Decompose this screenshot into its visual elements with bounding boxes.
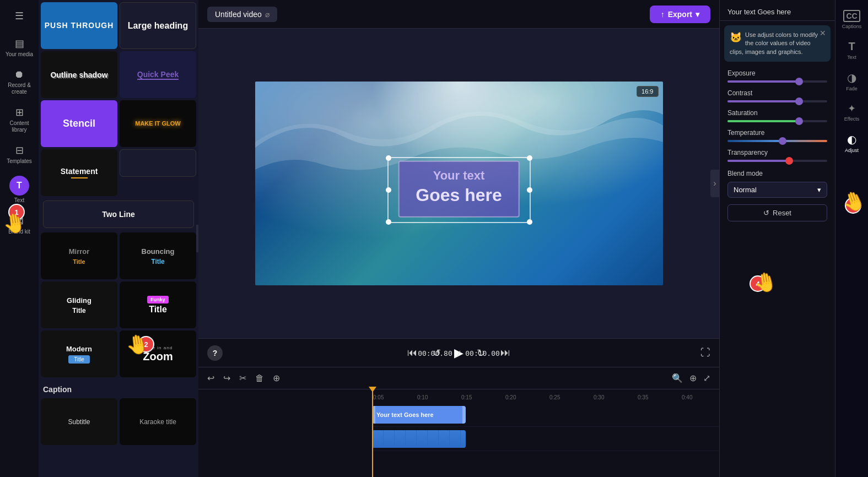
video-preview[interactable]: Your text Goes here 16:9 (255, 82, 663, 285)
temperature-slider-track[interactable] (727, 140, 827, 142)
temperature-slider-thumb[interactable] (779, 137, 786, 145)
reset-icon: ↺ (763, 209, 769, 217)
template-mirror-title[interactable]: Mirror Title (41, 232, 117, 279)
transparency-slider-fill (727, 160, 789, 162)
sidebar-menu-button[interactable]: ☰ (2, 6, 36, 26)
template-grid-2: Mirror Title Bouncing Title Gliding Titl… (39, 230, 198, 380)
exposure-slider-thumb[interactable] (795, 78, 803, 85)
handle-ml[interactable] (386, 187, 391, 193)
video-title-text: Untitled video (215, 10, 262, 19)
contrast-slider-thumb[interactable] (795, 97, 803, 105)
video-track-clip[interactable] (372, 430, 466, 448)
sidebar-item-text[interactable]: T Text (2, 171, 36, 208)
template-zoom[interactable]: Fade in and Zoom (120, 330, 196, 377)
exposure-slider-track[interactable] (727, 80, 827, 83)
template-quick-peek[interactable]: Quick Peek (120, 51, 196, 98)
templates-icon: ⊟ (15, 144, 24, 156)
saturation-slider-thumb[interactable] (795, 117, 803, 125)
content-icon: ⊞ (15, 106, 24, 118)
sidebar-item-content-library[interactable]: ⊞ Contentlibrary (2, 102, 36, 138)
template-funky-title[interactable]: Funky Title (120, 281, 196, 328)
sidebar-item-label: Contentlibrary (9, 120, 29, 133)
tab-fade[interactable]: ◑ Fade (837, 67, 867, 96)
sidebar-item-label: Brand kit (8, 229, 30, 235)
template-statement[interactable]: Statement (41, 149, 117, 196)
fullscreen-button[interactable]: ⛶ (700, 347, 710, 359)
ruler-mark: 0:40 (681, 394, 719, 400)
expand-panel-button[interactable]: › (710, 170, 719, 197)
expand-timeline-button[interactable]: ⤢ (701, 371, 713, 386)
handle-mr[interactable] (527, 187, 532, 193)
template-large-heading[interactable]: Large heading (120, 2, 196, 49)
cut-button[interactable]: ✂ (237, 371, 249, 386)
sidebar-item-record-create[interactable]: ⏺ Record &create (2, 64, 36, 100)
brand-icon: ⊠ (15, 215, 24, 227)
adjust-tooltip: 🐱 ✕ Use adjust colors to modify the colo… (724, 25, 831, 62)
zoom-out-button[interactable]: 🔍 (670, 371, 685, 386)
contrast-property: Contrast (720, 86, 835, 106)
effects-icon: ✦ (848, 102, 856, 115)
clip-handle-right[interactable] (462, 406, 466, 424)
tab-effects[interactable]: ✦ Effects (837, 98, 867, 126)
sidebar-icons: ☰ ▤ Your media ⏺ Record &create ⊞ Conten… (0, 0, 39, 477)
tab-effects-label: Effects (844, 116, 859, 122)
skip-back-button[interactable]: ⏮ (405, 345, 419, 361)
tab-captions[interactable]: CC Captions (837, 6, 867, 34)
tooltip-close-button[interactable]: ✕ (820, 29, 826, 37)
ruler-mark: 0:15 (460, 394, 504, 400)
export-icon: ↑ (661, 10, 665, 19)
help-button[interactable]: ? (207, 345, 223, 361)
template-stencil[interactable]: Stencil (41, 100, 117, 147)
handle-tl[interactable] (386, 155, 391, 161)
sidebar-item-your-media[interactable]: ▤ Your media (2, 33, 36, 62)
ruler-mark: 0:35 (637, 394, 681, 400)
zoom-in-button[interactable]: ⊕ (687, 371, 699, 386)
contrast-slider-track[interactable] (727, 100, 827, 102)
template-modern-title[interactable]: Modern Title (41, 330, 117, 377)
sidebar-item-label: Record &create (8, 82, 31, 95)
template-gliding-title[interactable]: Gliding Title (41, 281, 117, 328)
duplicate-button[interactable]: ⊕ (271, 371, 282, 386)
handle-br[interactable] (527, 219, 532, 225)
transparency-slider-thumb[interactable] (785, 157, 793, 165)
delete-button[interactable]: 🗑 (253, 371, 266, 386)
tab-adjust[interactable]: ◐ Adjust (837, 128, 867, 158)
ruler-mark: 0:10 (416, 394, 460, 400)
undo-button[interactable]: ↩ (205, 371, 217, 386)
skip-forward-button[interactable]: ⏭ (498, 345, 513, 361)
top-bar: Untitled video ⌀ ↑ Export ▾ (198, 0, 719, 29)
transparency-slider-track[interactable] (727, 160, 827, 162)
statement-underline (71, 177, 88, 178)
text-track: Your text Goes here (372, 403, 719, 427)
reset-button[interactable]: ↺ Reset (727, 204, 827, 221)
handle-tr[interactable] (527, 155, 532, 161)
ruler-mark: 0:30 (592, 394, 637, 400)
sidebar-item-brand-kit[interactable]: ⊠ Brand kit (2, 210, 36, 240)
export-button[interactable]: ↑ Export ▾ (650, 6, 710, 23)
template-push-through[interactable]: PUSH THROUGH (41, 2, 117, 49)
blend-mode-chevron-icon: ▾ (817, 186, 821, 194)
template-two-line[interactable]: Two Line (43, 200, 194, 228)
saturation-slider-track[interactable] (727, 120, 827, 122)
blend-mode-select[interactable]: Normal ▾ (727, 182, 827, 198)
ruler-mark: 0:20 (504, 394, 548, 400)
tab-text[interactable]: T Text (837, 36, 867, 64)
video-title-button[interactable]: Untitled video ⌀ (207, 7, 277, 22)
template-bouncing-title[interactable]: Bouncing Title (120, 232, 196, 279)
handle-bl[interactable] (386, 219, 391, 225)
template-outline-shadow[interactable]: Outline shadow (41, 51, 117, 98)
collapse-panel-button[interactable]: ◁ (196, 225, 198, 252)
temperature-property: Temperature (720, 126, 835, 145)
redo-button[interactable]: ↪ (221, 371, 233, 386)
template-karaoke[interactable]: Karaoke title (120, 398, 196, 445)
template-make-it-glow[interactable]: MAKE IT GLOW (120, 100, 196, 147)
playback-controls: ? ⏮ ↺ ▶ ↻ ⏭ 00:00.80 / 00:10.00 ⛶ (198, 338, 719, 367)
ruler-mark: 0:25 (548, 394, 592, 400)
contrast-label: Contrast (727, 89, 827, 97)
tab-text-label: Text (847, 55, 856, 60)
sidebar-item-templates[interactable]: ⊟ Templates (2, 140, 36, 169)
text-track-clip[interactable]: Your text Goes here (372, 406, 466, 424)
timeline-ruler: 0:05 0:10 0:15 0:20 0:25 0:30 0:35 0:40 … (198, 389, 719, 403)
playhead[interactable] (372, 389, 373, 477)
template-subtitle[interactable]: Subtitle (41, 398, 117, 445)
